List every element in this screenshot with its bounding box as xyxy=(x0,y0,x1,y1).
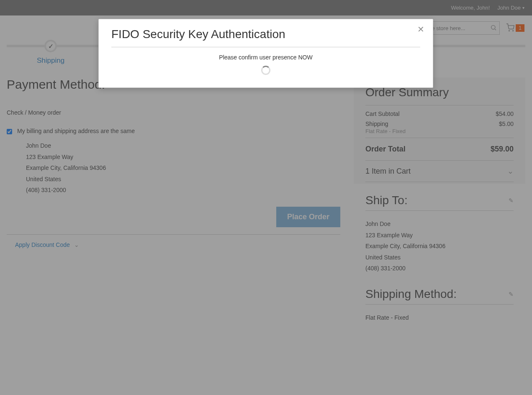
loading-spinner-icon xyxy=(261,66,270,75)
close-icon[interactable]: ✕ xyxy=(417,25,424,33)
modal-message: Please confirm user presence NOW xyxy=(111,54,420,61)
modal-title: FIDO Security Key Authentication xyxy=(111,28,420,47)
fido-auth-modal: ✕ FIDO Security Key Authentication Pleas… xyxy=(98,19,433,88)
